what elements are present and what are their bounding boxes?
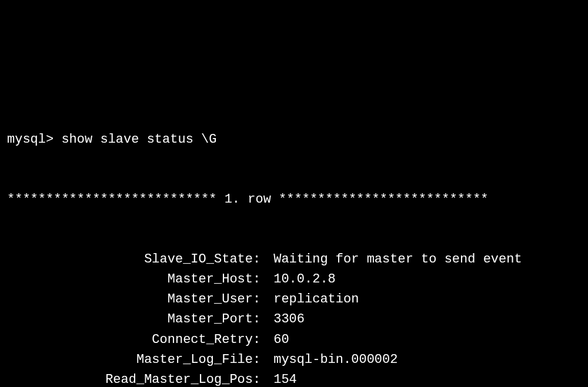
status-row: Slave_IO_State: Waiting for master to se… xyxy=(7,250,581,270)
status-label: Connect_Retry xyxy=(7,330,253,350)
status-label: Master_Host xyxy=(7,270,253,290)
colon-separator: : xyxy=(253,330,266,350)
status-value: 154 xyxy=(266,370,297,387)
status-label: Read_Master_Log_Pos xyxy=(7,370,253,387)
status-value: mysql-bin.000002 xyxy=(266,350,397,370)
status-value: 60 xyxy=(266,330,289,350)
colon-separator: : xyxy=(253,270,266,290)
status-row: Read_Master_Log_Pos: 154 xyxy=(7,370,581,387)
status-row: Master_Port: 3306 xyxy=(7,309,581,329)
terminal-output: mysql> show slave status \G ************… xyxy=(7,89,581,387)
command-text[interactable]: show slave status \G xyxy=(61,132,216,147)
status-label: Master_Log_File xyxy=(7,350,253,370)
colon-separator: : xyxy=(253,370,266,387)
colon-separator: : xyxy=(253,290,266,309)
status-row: Master_Host: 10.0.2.8 xyxy=(7,270,581,290)
status-value: 10.0.2.8 xyxy=(266,270,336,290)
colon-separator: : xyxy=(253,250,266,270)
status-row: Master_User: replication xyxy=(7,290,581,309)
command-line: mysql> show slave status \G xyxy=(7,130,581,150)
status-label: Master_User xyxy=(7,290,253,309)
status-row: Connect_Retry: 60 xyxy=(7,330,581,350)
status-value: Waiting for master to send event xyxy=(266,250,522,270)
status-label: Master_Port xyxy=(7,309,253,329)
colon-separator: : xyxy=(253,309,266,329)
status-value: replication xyxy=(266,290,359,309)
status-value: 3306 xyxy=(266,309,305,329)
row-header: *************************** 1. row *****… xyxy=(7,190,581,210)
status-label: Slave_IO_State xyxy=(7,250,253,270)
status-fields: Slave_IO_State: Waiting for master to se… xyxy=(7,250,581,387)
prompt: mysql> xyxy=(7,132,61,147)
colon-separator: : xyxy=(253,350,266,370)
status-row: Master_Log_File: mysql-bin.000002 xyxy=(7,350,581,370)
